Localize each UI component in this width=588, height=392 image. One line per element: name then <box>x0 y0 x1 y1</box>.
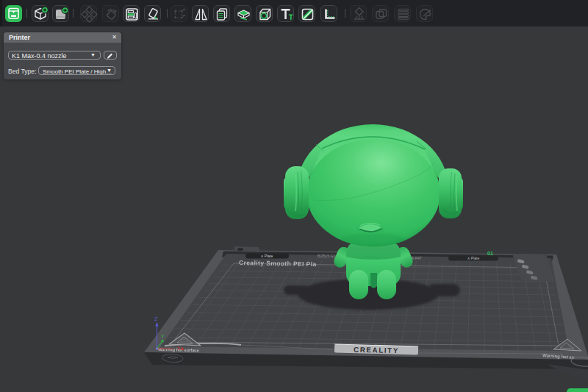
svg-text:Y: Y <box>161 334 165 339</box>
svg-text:01: 01 <box>487 251 493 256</box>
svg-text:∧ Plate: ∧ Plate <box>261 254 273 258</box>
svg-text:X: X <box>177 346 181 351</box>
svg-text:∧ Plate: ∧ Plate <box>467 256 480 260</box>
svg-text:Z: Z <box>154 316 158 321</box>
svg-text:A R4T: A R4T <box>412 256 422 260</box>
svg-text:CREALITY: CREALITY <box>354 346 399 355</box>
svg-text:BIZ515 G2: BIZ515 G2 <box>318 254 335 258</box>
